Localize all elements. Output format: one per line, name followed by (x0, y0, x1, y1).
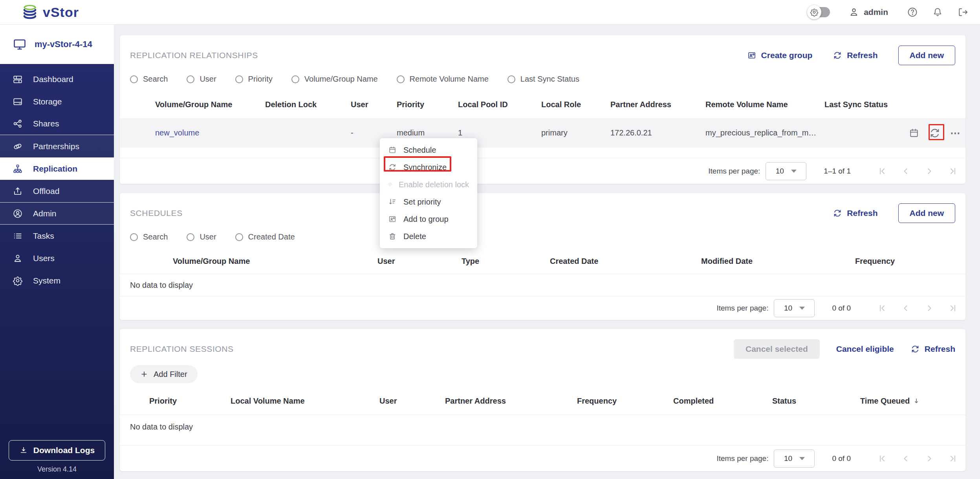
radio-icon (130, 75, 138, 83)
server-selector[interactable]: my-vStor-4-14 (0, 25, 114, 64)
menu-item-add-to-group[interactable]: Add to group (380, 210, 477, 228)
download-logs-button[interactable]: Download Logs (9, 440, 105, 461)
items-per-page-select[interactable]: 10 (766, 162, 806, 180)
items-per-page-select[interactable]: 10 (774, 299, 815, 317)
sidebar-item-label: Partnerships (33, 142, 79, 151)
top-bar: vStor admin (0, 0, 980, 25)
filter-radio-priority[interactable]: Priority (235, 75, 273, 84)
gear-icon (807, 5, 821, 19)
row-actions: ⋯ (909, 127, 971, 139)
schedules-empty-message: No data to display (120, 274, 965, 296)
refresh-button[interactable]: Refresh (833, 51, 877, 60)
help-button[interactable] (907, 7, 918, 18)
local-pool-id-cell: 1 (458, 128, 541, 137)
brand-name: vStor (43, 5, 79, 20)
filter-radio-last-sync-status[interactable]: Last Sync Status (507, 75, 579, 84)
next-page-icon[interactable] (925, 454, 934, 463)
radio-icon (235, 233, 243, 241)
sidebar-item-tasks[interactable]: Tasks (0, 225, 114, 247)
filter-radio-created-date[interactable]: Created Date (235, 232, 295, 241)
notifications-button[interactable] (932, 7, 943, 18)
sidebar-footer: Download Logs Version 4.14 (0, 440, 114, 474)
sidebar-item-label: Admin (33, 209, 57, 218)
menu-item-synchronize[interactable]: Synchronize (380, 159, 477, 176)
filter-radio-remote-volume-name[interactable]: Remote Volume Name (397, 75, 489, 84)
prev-page-icon[interactable] (901, 166, 910, 176)
sidebar-item-system[interactable]: System (0, 269, 114, 292)
add-new-button[interactable]: Add new (898, 46, 956, 65)
users-icon (13, 253, 23, 263)
user-menu[interactable]: admin (849, 7, 888, 17)
menu-item-set-priority[interactable]: Set priority (380, 193, 477, 210)
theme-toggle[interactable] (810, 7, 830, 17)
cancel-eligible-button[interactable]: Cancel eligible (836, 344, 894, 354)
caret-down-icon (799, 457, 805, 460)
page-size-value: 10 (784, 304, 792, 313)
synchronize-row-button[interactable] (929, 127, 941, 139)
user-name: admin (864, 7, 888, 17)
filter-radio-user[interactable]: User (187, 75, 216, 84)
sidebar-item-label: Dashboard (33, 75, 73, 84)
sidebar-item-shares[interactable]: Shares (0, 113, 114, 135)
schedules-add-new-button[interactable]: Add new (898, 203, 956, 223)
schedules-refresh-button[interactable]: Refresh (833, 208, 877, 218)
prev-page-icon[interactable] (901, 303, 910, 313)
filter-radio-volume-group-name[interactable]: Volume/Group Name (291, 75, 378, 84)
first-page-icon[interactable] (877, 454, 887, 463)
sidebar-item-replication[interactable]: Replication (0, 157, 114, 180)
main-content: REPLICATION RELATIONSHIPS Create group R… (114, 25, 980, 479)
monitor-icon (13, 37, 27, 51)
sidebar-item-partnerships[interactable]: Partnerships (0, 135, 114, 157)
logout-button[interactable] (957, 7, 968, 18)
create-group-button[interactable]: Create group (747, 51, 813, 60)
page-size-value: 10 (776, 167, 784, 176)
server-name: my-vStor-4-14 (35, 39, 92, 49)
schedules-filters: Search User Created Date (120, 226, 965, 249)
menu-item-enable-deletion-lock[interactable]: Enable deletion lock (380, 176, 477, 193)
refresh-icon (910, 344, 920, 354)
sidebar-item-label: Storage (33, 97, 62, 106)
shield-check-icon (388, 180, 392, 189)
menu-item-schedule[interactable]: Schedule (380, 141, 477, 159)
filter-radio-search[interactable]: Search (130, 75, 168, 84)
sidebar-item-admin[interactable]: Admin (0, 202, 114, 225)
radio-icon (397, 75, 405, 83)
link-icon (13, 141, 23, 152)
filter-radio-search[interactable]: Search (130, 232, 168, 241)
remote-volume-cell: my_precious_replica_from_m… (705, 128, 824, 137)
row-more-button[interactable]: ⋯ (950, 131, 961, 135)
first-page-icon[interactable] (877, 166, 887, 176)
time-queued-sort-header[interactable]: Time Queued (860, 397, 965, 406)
vstor-app: vStor admin (0, 0, 980, 479)
items-per-page-select[interactable]: 10 (774, 450, 815, 468)
last-page-icon[interactable] (948, 454, 958, 463)
sync-icon (929, 127, 941, 139)
last-page-icon[interactable] (948, 166, 958, 176)
caret-down-icon (799, 307, 805, 310)
relationships-pagination: Items per page: 10 1–1 of 1 (120, 158, 965, 184)
next-page-icon[interactable] (925, 303, 934, 313)
first-page-icon[interactable] (877, 303, 887, 313)
schedule-row-button[interactable] (909, 128, 920, 139)
vstor-logo-icon (22, 4, 38, 20)
last-page-icon[interactable] (948, 303, 958, 313)
admin-icon (13, 208, 23, 219)
prev-page-icon[interactable] (901, 454, 910, 463)
brand[interactable]: vStor (0, 4, 79, 20)
filter-radio-user[interactable]: User (187, 232, 216, 241)
add-filter-button[interactable]: Add Filter (130, 365, 198, 383)
panel-title: REPLICATION RELATIONSHIPS (130, 51, 258, 60)
radio-icon (187, 233, 194, 241)
next-page-icon[interactable] (925, 166, 934, 176)
cancel-selected-button[interactable]: Cancel selected (734, 339, 820, 359)
sidebar-item-dashboard[interactable]: Dashboard (0, 68, 114, 90)
menu-item-delete[interactable]: Delete (380, 228, 477, 245)
sidebar-item-users[interactable]: Users (0, 247, 114, 269)
volume-link[interactable]: new_volume (155, 128, 265, 137)
sessions-refresh-button[interactable]: Refresh (910, 344, 955, 354)
refresh-label: Refresh (847, 51, 877, 60)
system-gear-icon (13, 276, 23, 286)
sidebar-item-offload[interactable]: Offload (0, 180, 114, 202)
sidebar-item-storage[interactable]: Storage (0, 90, 114, 113)
version-label: Version 4.14 (0, 465, 114, 474)
